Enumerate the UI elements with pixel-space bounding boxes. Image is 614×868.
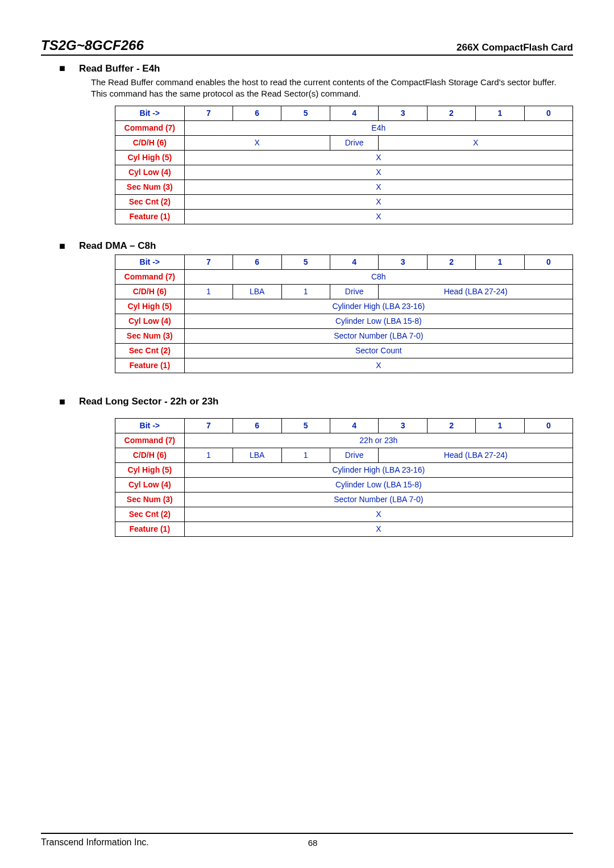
cell-value: Drive [330, 284, 379, 299]
bullet-icon: ■ [59, 240, 65, 252]
row-label: Cyl Low (4) [115, 477, 185, 492]
cell-value: X [379, 135, 573, 150]
cell-value: X [184, 180, 572, 194]
cell-value: X [184, 135, 330, 150]
bullet-icon: ■ [59, 396, 65, 408]
cell-value: Cylinder High (LBA 23-16) [184, 462, 572, 477]
cell-value: Cylinder Low (LBA 15-8) [184, 477, 572, 492]
row-label: C/D/H (6) [115, 135, 185, 150]
cell-value: Head (LBA 27-24) [379, 284, 573, 299]
table-row: C/D/H (6) X Drive X [115, 135, 573, 150]
page-content: TS2G~8GCF266 266X CompactFlash Card ■ Re… [0, 0, 614, 537]
table-row: Feature (1) X [115, 209, 573, 224]
product-subtitle: 266X CompactFlash Card [457, 42, 573, 53]
table-read-dma: Bit -> 7 6 5 4 3 2 1 0 Command (7) C8h C… [115, 254, 573, 373]
cell-value: Head (LBA 27-24) [379, 448, 573, 462]
bit-cell: 5 [281, 418, 330, 433]
row-label: Sec Cnt (2) [115, 194, 185, 209]
table-row: Command (7) 22h or 23h [115, 433, 573, 448]
product-title: TS2G~8GCF266 [41, 37, 144, 53]
bit-cell: 4 [330, 418, 379, 433]
bit-cell: 1 [476, 418, 524, 433]
table-row: Bit -> 7 6 5 4 3 2 1 0 [115, 106, 573, 120]
row-label: Sec Num (3) [115, 180, 185, 194]
row-label: Sec Cnt (2) [115, 507, 185, 521]
section-read-dma: ■ Read DMA – C8h Bit -> 7 6 5 4 3 2 1 0 … [41, 240, 573, 373]
cell-value: Drive [330, 135, 379, 150]
cell-value: X [184, 507, 572, 521]
table-row: Bit -> 7 6 5 4 3 2 1 0 [115, 418, 573, 433]
bit-header-cell: Bit -> [115, 106, 185, 120]
row-label: Feature (1) [115, 358, 185, 373]
cell-value: 22h or 23h [184, 433, 572, 448]
row-label: Command (7) [115, 120, 185, 135]
cell-value: Sector Number (LBA 7-0) [184, 492, 572, 507]
table-row: Cyl High (5) Cylinder High (LBA 23-16) [115, 299, 573, 314]
table-row: Cyl Low (4) Cylinder Low (LBA 15-8) [115, 314, 573, 328]
cell-value: Cylinder High (LBA 23-16) [184, 299, 572, 314]
section-header-read-dma: ■ Read DMA – C8h [59, 240, 573, 252]
table-row: Sec Num (3) X [115, 180, 573, 194]
row-label: Cyl Low (4) [115, 165, 185, 180]
table-row: Sec Num (3) Sector Number (LBA 7-0) [115, 328, 573, 343]
bit-cell: 3 [379, 106, 427, 120]
row-label: Sec Cnt (2) [115, 343, 185, 358]
table-row: Sec Num (3) Sector Number (LBA 7-0) [115, 492, 573, 507]
bit-cell: 2 [427, 106, 475, 120]
section-header-read-buffer: ■ Read Buffer - E4h [59, 62, 573, 74]
table-row: Command (7) E4h [115, 120, 573, 135]
bit-cell: 3 [379, 418, 427, 433]
bit-cell: 2 [427, 254, 475, 269]
bit-cell: 5 [281, 106, 330, 120]
table-row: Cyl High (5) X [115, 150, 573, 165]
section-text-read-buffer: The Read Buffer command enables the host… [91, 77, 573, 100]
cell-value: X [184, 521, 572, 536]
cell-value: Sector Count [184, 343, 572, 358]
cell-value: 1 [184, 284, 233, 299]
bit-cell: 1 [476, 254, 524, 269]
section-title-read-long: Read Long Sector - 22h or 23h [79, 396, 219, 407]
bit-cell: 2 [427, 418, 475, 433]
cell-value: LBA [233, 284, 281, 299]
table-row: C/D/H (6) 1 LBA 1 Drive Head (LBA 27-24) [115, 448, 573, 462]
section-title-read-buffer: Read Buffer - E4h [79, 63, 160, 74]
table-read-buffer: Bit -> 7 6 5 4 3 2 1 0 Command (7) E4h C… [115, 106, 573, 224]
cell-value: C8h [184, 269, 572, 284]
table-row: C/D/H (6) 1 LBA 1 Drive Head (LBA 27-24) [115, 284, 573, 299]
row-label: C/D/H (6) [115, 284, 185, 299]
cell-value: Sector Number (LBA 7-0) [184, 328, 572, 343]
bit-cell: 0 [524, 106, 572, 120]
table-row: Feature (1) X [115, 521, 573, 536]
table-row: Cyl Low (4) X [115, 165, 573, 180]
bit-cell: 7 [184, 254, 233, 269]
bit-cell: 0 [524, 418, 572, 433]
section-title-read-dma: Read DMA – C8h [79, 240, 156, 252]
table-row: Cyl High (5) Cylinder High (LBA 23-16) [115, 462, 573, 477]
row-label: Command (7) [115, 269, 185, 284]
cell-value: 1 [184, 448, 233, 462]
row-label: Sec Num (3) [115, 492, 185, 507]
row-label: Cyl High (5) [115, 299, 185, 314]
section-read-buffer: ■ Read Buffer - E4h The Read Buffer comm… [41, 62, 573, 224]
bit-cell: 6 [233, 418, 281, 433]
row-label: Cyl Low (4) [115, 314, 185, 328]
bit-header-cell: Bit -> [115, 418, 185, 433]
bit-cell: 0 [524, 254, 572, 269]
section-header-read-long: ■ Read Long Sector - 22h or 23h [59, 396, 573, 408]
header: TS2G~8GCF266 266X CompactFlash Card [41, 37, 573, 53]
cell-value: Cylinder Low (LBA 15-8) [184, 314, 572, 328]
bit-cell: 3 [379, 254, 427, 269]
section-read-long: ■ Read Long Sector - 22h or 23h Bit -> 7… [41, 396, 573, 537]
cell-value: X [184, 209, 572, 224]
bit-cell: 5 [281, 254, 330, 269]
bit-cell: 4 [330, 106, 379, 120]
table-row: Cyl Low (4) Cylinder Low (LBA 15-8) [115, 477, 573, 492]
table-row: Sec Cnt (2) X [115, 507, 573, 521]
table-row: Feature (1) X [115, 358, 573, 373]
bit-header-cell: Bit -> [115, 254, 185, 269]
row-label: Sec Num (3) [115, 328, 185, 343]
footer-company: Transcend Information Inc. [41, 837, 149, 848]
cell-value: X [184, 165, 572, 180]
row-label: Feature (1) [115, 521, 185, 536]
bit-cell: 6 [233, 106, 281, 120]
